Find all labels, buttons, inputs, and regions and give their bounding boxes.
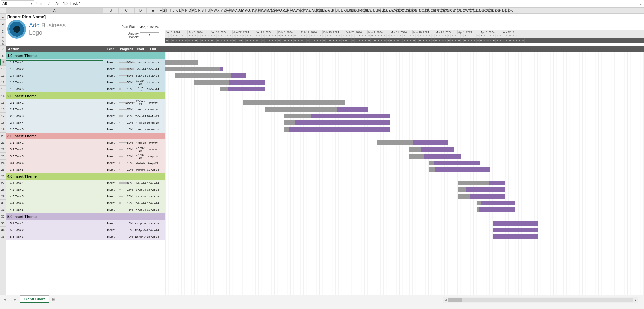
- task-row[interactable]: 3.3 Task 3Insert28%17-Mar-241-Apr-24: [6, 153, 644, 160]
- task-lead[interactable]: Insert: [103, 101, 119, 104]
- task-lead[interactable]: Insert: [103, 222, 119, 225]
- task-name[interactable]: 2.3 Task 3: [6, 114, 103, 118]
- theme-row[interactable]: 4.0 Insert Theme: [6, 173, 165, 180]
- task-end[interactable]: 15-Apr-24: [147, 195, 159, 198]
- col-D[interactable]: D: [135, 8, 147, 13]
- col-L[interactable]: L: [178, 8, 182, 13]
- task-name[interactable]: 4.5 Task 5: [6, 208, 103, 211]
- row-3[interactable]: 3: [0, 28, 6, 35]
- row-27[interactable]: 27: [0, 180, 6, 186]
- row-8[interactable]: 8: [0, 52, 6, 59]
- task-row[interactable]: 2.2 Task 2Insert70%1-Feb-243-Mar-24: [6, 106, 644, 113]
- sheet-content[interactable]: [Insert Plan Name]Add BusinessLogoPlan S…: [6, 14, 644, 295]
- task-row[interactable]: 3.2 Task 2Insert25%17-Mar-24######: [6, 146, 644, 153]
- task-lead[interactable]: Insert: [103, 235, 119, 238]
- row-20[interactable]: 20: [0, 133, 6, 139]
- task-start[interactable]: 17-Mar-24: [135, 146, 147, 152]
- row-12[interactable]: 12: [0, 79, 6, 86]
- task-lead[interactable]: Insert: [103, 201, 119, 205]
- task-start[interactable]: 10-Jan-24: [135, 79, 147, 85]
- task-progress[interactable]: 0%: [119, 222, 135, 225]
- task-row[interactable]: 3.4 Task 4Insert10%######7-Apr-24: [6, 160, 644, 166]
- task-name[interactable]: 3.2 Task 2: [6, 148, 103, 151]
- task-start[interactable]: 4-Jan-24: [135, 74, 147, 77]
- col-K[interactable]: K: [175, 8, 179, 13]
- col-DK[interactable]: DK: [509, 8, 512, 13]
- task-start[interactable]: 12-Apr-24: [135, 222, 147, 225]
- task-start[interactable]: 7-Feb-24: [135, 121, 147, 124]
- task-start[interactable]: 25-Jan-24: [135, 100, 147, 106]
- task-lead[interactable]: Insert: [103, 161, 119, 165]
- task-name[interactable]: 3.4 Task 4: [6, 161, 103, 165]
- task-end[interactable]: 7-Apr-24: [147, 162, 159, 165]
- row-11[interactable]: 11: [0, 72, 6, 79]
- task-lead[interactable]: Insert: [103, 141, 119, 144]
- task-progress[interactable]: 10%: [119, 161, 135, 165]
- row-1[interactable]: 1: [0, 14, 6, 20]
- row-26[interactable]: 26: [0, 173, 6, 180]
- task-start[interactable]: 1-Apr-24: [135, 195, 147, 198]
- task-lead[interactable]: Insert: [103, 74, 119, 77]
- row-24[interactable]: 24: [0, 160, 6, 166]
- task-start[interactable]: 1-Jan-24: [135, 61, 147, 64]
- task-start[interactable]: 1-Jan-24: [135, 68, 147, 71]
- task-lead[interactable]: Insert: [103, 87, 119, 91]
- task-progress[interactable]: 25%: [119, 114, 135, 118]
- name-box[interactable]: A9 ▼: [1, 0, 34, 7]
- row-33[interactable]: 33: [0, 220, 6, 227]
- col-T[interactable]: T: [204, 8, 208, 13]
- task-row[interactable]: 3.5 Task 5Insert10%######10-Apr-24: [6, 166, 644, 173]
- task-start[interactable]: ######: [135, 168, 147, 171]
- task-name[interactable]: 1.2 Task 1: [6, 61, 103, 64]
- task-progress[interactable]: 65%: [119, 181, 135, 185]
- row-23[interactable]: 23: [0, 153, 6, 160]
- col-R[interactable]: R: [198, 8, 201, 13]
- task-start[interactable]: 1-Apr-24: [135, 182, 147, 185]
- task-end[interactable]: 25-Apr-24: [147, 235, 159, 238]
- task-start[interactable]: 12-Apr-24: [135, 235, 147, 238]
- theme-row[interactable]: 1.0 Insert Theme: [6, 52, 165, 59]
- task-name[interactable]: 2.1 Task 1: [6, 101, 103, 104]
- task-end[interactable]: 10-Mar-24: [147, 128, 159, 131]
- task-lead[interactable]: Insert: [103, 81, 119, 84]
- row-14[interactable]: 14: [0, 92, 6, 99]
- task-row[interactable]: 4.2 Task 2Insert18%1-Apr-2415-Apr-24: [6, 186, 644, 193]
- task-lead[interactable]: Insert: [103, 228, 119, 232]
- col-P[interactable]: P: [192, 8, 195, 13]
- task-end[interactable]: 25-Apr-24: [147, 229, 159, 232]
- task-progress[interactable]: 18%: [119, 87, 135, 91]
- task-start[interactable]: 18-Jan-24: [135, 86, 147, 92]
- task-start[interactable]: 7-Apr-24: [135, 202, 147, 205]
- row-9[interactable]: 9: [0, 59, 6, 66]
- row-4[interactable]: 4: [0, 35, 6, 39]
- row-31[interactable]: 31: [0, 206, 6, 213]
- task-row[interactable]: 5.2 Task 2Insert0%12-Apr-2425-Apr-24: [6, 227, 644, 233]
- task-end[interactable]: 10-Apr-24: [147, 168, 159, 171]
- task-end[interactable]: 10-Jan-24: [147, 61, 159, 64]
- task-row[interactable]: 4.5 Task 5Insert5%7-Apr-2418-Apr-24: [6, 206, 644, 213]
- task-lead[interactable]: Insert: [103, 61, 119, 64]
- col-W[interactable]: W: [214, 8, 217, 13]
- row-15[interactable]: 15: [0, 99, 6, 106]
- task-row[interactable]: 1.3 Task 2Insert95%1-Jan-2418-Jan-24: [6, 66, 644, 72]
- task-row[interactable]: 1.6 Task 5Insert18%18-Jan-2431-Jan-24: [6, 86, 644, 92]
- task-row[interactable]: 2.4 Task 4Insert10%7-Feb-2410-Mar-24: [6, 119, 644, 126]
- task-row[interactable]: 2.1 Task 1Insert100%25-Jan-24######: [6, 99, 644, 106]
- task-start[interactable]: 7-Feb-24: [135, 128, 147, 131]
- col-N[interactable]: N: [185, 8, 189, 13]
- col-AH[interactable]: AH: [249, 8, 253, 13]
- task-lead[interactable]: Insert: [103, 108, 119, 111]
- task-progress[interactable]: 28%: [119, 154, 135, 158]
- task-progress[interactable]: 10%: [119, 168, 135, 171]
- row-17[interactable]: 17: [0, 113, 6, 119]
- task-end[interactable]: ######: [147, 148, 159, 151]
- task-name[interactable]: 5.2 Task 2: [6, 228, 103, 232]
- row-16[interactable]: 16: [0, 106, 6, 113]
- col-J[interactable]: J: [172, 8, 175, 13]
- task-progress[interactable]: 0%: [119, 235, 135, 238]
- col-V[interactable]: V: [211, 8, 214, 13]
- theme-row[interactable]: 5.0 Insert Theme: [6, 213, 165, 220]
- expand-icon[interactable]: ⌄: [637, 2, 644, 6]
- task-row[interactable]: 4.3 Task 3Insert25%1-Apr-2415-Apr-24: [6, 193, 644, 200]
- task-lead[interactable]: Insert: [103, 188, 119, 191]
